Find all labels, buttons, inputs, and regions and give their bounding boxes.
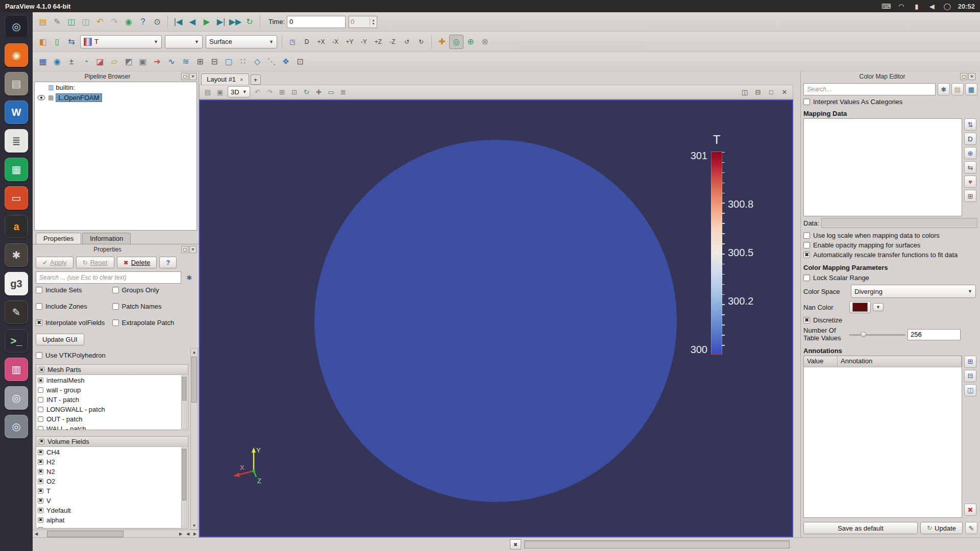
component-combo[interactable]: ▼ [165,35,203,48]
table-values-slider[interactable] [849,330,905,339]
update-gui-button[interactable]: Update GUI [36,334,84,345]
dock-amazon[interactable]: a [5,215,28,238]
spreadsheet-view-icon[interactable]: ▦ [36,55,50,69]
option-checkbox[interactable]: Include Zones [36,300,112,312]
discretize-checkbox[interactable]: ✖ Discretize [803,316,977,324]
save-palette-icon[interactable]: ▦ [965,83,977,95]
reset-button[interactable]: ↻ Reset [76,257,114,268]
option-checkbox[interactable]: Groups Only [112,284,189,296]
volume-field-row[interactable]: ✖ O2 [38,477,181,486]
mesh-parts-scrollbar[interactable] [181,375,187,429]
loop-icon[interactable]: ↻ [242,15,257,29]
option-checkbox[interactable]: ✖ Interpolate volFields [36,316,112,329]
dock-disk-image[interactable]: ◎ [5,415,28,438]
frame-spinbox[interactable]: ▲▼ [349,16,377,28]
rescale-visible-icon[interactable]: ⊕ [964,147,976,159]
rotate-90-ccw-icon[interactable]: ↺ [400,35,414,49]
close-panel-icon[interactable]: ✕ [189,73,197,80]
settings-gear-icon[interactable]: ✱ [938,83,950,95]
spin-down-icon[interactable]: ▼ [372,22,375,26]
dock-disks[interactable]: ◎ [5,386,28,410]
close-panel-icon[interactable]: ✕ [189,246,197,253]
pipeline-item-openfoam[interactable]: ▦ L.OpenFOAM [35,92,197,103]
power-icon[interactable]: ◯ [943,3,952,10]
volume-field-row[interactable]: ✖ alphat [38,515,181,525]
scroll-left-icon[interactable]: ◀ [33,530,40,537]
rescale-custom-icon[interactable]: D [964,133,976,145]
tab-properties[interactable]: Properties [36,233,81,244]
lock-scalar-range-checkbox[interactable]: Lock Scalar Range [803,274,977,282]
set-view-minus-x-icon[interactable]: -X [328,35,342,49]
first-frame-icon[interactable]: |◀ [171,15,185,29]
mesh-part-row[interactable]: INT - patch [38,395,181,405]
option-checkbox[interactable]: Include Sets [36,284,112,296]
server-disconnect-icon[interactable]: ◫ [79,15,93,29]
previous-frame-icon[interactable]: ◀ [185,15,200,29]
last-frame-icon[interactable]: ▶▶ [228,15,242,29]
rescale-to-data-icon[interactable]: ⇅ [964,118,976,131]
mesh-parts-checkbox[interactable]: ✖ [39,367,44,372]
option-checkbox[interactable]: Extrapolate Patch [112,316,189,329]
data-value-field[interactable] [821,218,977,228]
add-annotation-icon[interactable]: ⊞ [964,356,976,368]
dock-settings[interactable]: ✱ [5,243,28,267]
mesh-part-row[interactable]: LONGWALL - patch [38,405,181,414]
contour-icon[interactable]: ◔ [79,55,93,69]
interpret-categories-checkbox[interactable]: Interpret Values As Categories [803,98,977,106]
select-points-on-icon[interactable]: ∷ [236,55,250,69]
volume-field-row[interactable]: ✖ Ydefault [38,506,181,515]
group-datasets-icon[interactable]: ⊞ [193,55,207,69]
wifi-icon[interactable]: ◠ [897,3,906,10]
use-vtkpolyhedron-checkbox[interactable]: Use VTKPolyhedron [36,352,188,359]
annotations-table[interactable]: Value Annotation [803,356,962,518]
nan-color-dropdown[interactable]: ▼ [873,303,884,311]
cme-option-checkbox[interactable]: Use log scale when mapping data to color… [803,232,977,239]
undo-icon[interactable]: ↶ [93,15,107,29]
save-as-default-button[interactable]: Save as default [803,522,918,534]
dock-terminal[interactable]: >_ [5,329,28,353]
camera-redo-icon[interactable]: ↷ [264,86,276,98]
volume-fields-scrollbar[interactable] [181,447,187,528]
dock-calc[interactable]: ▦ [5,158,28,181]
new-layout-tab-button[interactable]: + [251,74,261,85]
toggle-color-legend-icon[interactable]: ▯ [50,35,64,49]
select-points-through-icon[interactable]: ⋱ [264,55,279,69]
clock[interactable]: 20:52 [958,3,975,10]
table-values-input[interactable] [908,329,961,340]
volume-field-row[interactable]: ✖ CH4 [38,447,181,457]
calculator-icon[interactable]: ± [64,55,79,69]
save-data-icon[interactable]: ✎ [50,15,64,29]
close-tab-icon[interactable]: × [240,77,243,83]
zoom-to-box-icon[interactable]: ⊡ [293,55,307,69]
scroll-up-icon[interactable]: ▲ [192,348,197,356]
nan-color-button[interactable] [849,301,871,313]
dock-firefox[interactable]: ◉ [5,43,28,67]
rotate-90-cw-icon[interactable]: ↻ [414,35,428,49]
glyph-icon[interactable]: ➔ [150,55,164,69]
choose-preset-icon[interactable]: ♥ [964,176,976,188]
option-checkbox[interactable]: Patch Names [112,300,189,312]
close-panel-icon[interactable]: ✕ [968,73,975,80]
dock-writer[interactable]: W [5,101,28,124]
edit-defaults-icon[interactable]: ✎ [965,522,977,534]
spin-up-icon[interactable]: ▲ [372,18,375,22]
save-preset-icon[interactable]: ⊞ [964,190,976,202]
scroll-right-icon[interactable]: ▶ [177,530,184,537]
pick-center-icon[interactable]: ⊕ [463,35,478,49]
color-space-combo[interactable]: Diverging ▼ [851,285,976,298]
extract-level-icon[interactable]: ⊟ [207,55,222,69]
find-data-icon[interactable]: ⊙ [150,15,164,29]
volume-icon[interactable]: ◀ [927,3,937,10]
zoom-to-box-view-icon[interactable]: ⊞ [276,86,288,98]
annotations-col-annotation[interactable]: Annotation [838,356,962,367]
scroll-down-icon[interactable]: ▼ [192,522,197,529]
float-panel-icon[interactable]: ▢ [181,73,188,80]
color-legend-icon[interactable]: ▤ [951,83,964,95]
tab-information[interactable]: Information [82,233,131,244]
pipeline-item-builtin[interactable]: ▥ builtin: [35,82,197,92]
representation-combo[interactable]: Surface ▼ [206,35,277,48]
volume-field-row[interactable]: ✖ T [38,486,181,496]
scroll-right-icon[interactable]: ▶ [191,530,199,537]
set-view-plus-z-icon[interactable]: +Z [371,35,385,49]
globe-icon[interactable]: ◉ [50,55,64,69]
